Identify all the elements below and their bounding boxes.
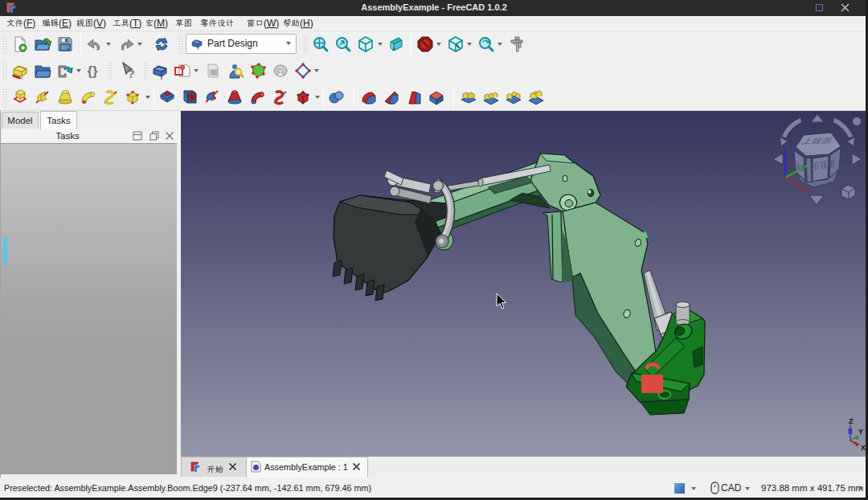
- svg-text:{}: {}: [87, 64, 98, 79]
- svg-text:Z: Z: [849, 418, 854, 425]
- svg-text:?: ?: [127, 67, 134, 80]
- svg-text:Y: Y: [858, 428, 863, 436]
